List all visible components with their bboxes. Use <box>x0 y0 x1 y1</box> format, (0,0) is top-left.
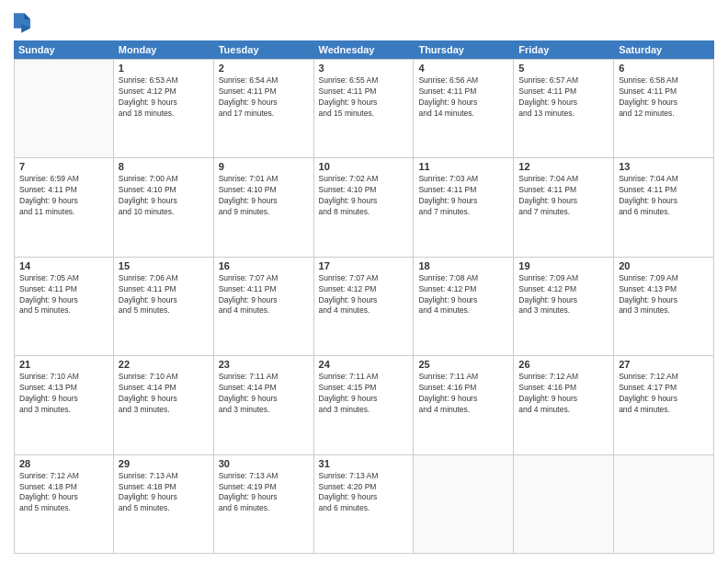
cell-info: Sunset: 4:15 PM <box>319 383 409 394</box>
calendar-cell <box>514 455 614 553</box>
calendar-cell: 10Sunrise: 7:02 AMSunset: 4:10 PMDayligh… <box>314 158 415 256</box>
header-day-saturday: Saturday <box>614 40 714 59</box>
day-number: 12 <box>518 161 609 172</box>
day-number: 23 <box>219 359 309 370</box>
day-number: 18 <box>418 260 508 271</box>
cell-info: Sunrise: 7:10 AM <box>19 372 108 383</box>
cell-info: Sunset: 4:17 PM <box>619 383 709 394</box>
day-number: 3 <box>319 63 409 74</box>
calendar-cell: 3Sunrise: 6:55 AMSunset: 4:11 PMDaylight… <box>314 60 415 157</box>
cell-info: Sunrise: 6:56 AM <box>418 75 508 86</box>
calendar-cell: 28Sunrise: 7:12 AMSunset: 4:18 PMDayligh… <box>14 455 114 553</box>
cell-info: and 4 minutes. <box>418 305 508 316</box>
cell-info: Sunset: 4:10 PM <box>219 185 309 196</box>
cell-info: and 4 minutes. <box>619 405 709 416</box>
cell-info: and 17 minutes. <box>219 109 309 120</box>
cell-info: Sunset: 4:14 PM <box>119 383 209 394</box>
cell-info: and 3 minutes. <box>319 405 409 416</box>
calendar-week-5: 28Sunrise: 7:12 AMSunset: 4:18 PMDayligh… <box>14 455 714 554</box>
calendar-cell: 12Sunrise: 7:04 AMSunset: 4:11 PMDayligh… <box>514 158 614 256</box>
day-number: 20 <box>619 260 709 271</box>
calendar-cell: 22Sunrise: 7:10 AMSunset: 4:14 PMDayligh… <box>114 356 214 454</box>
cell-info: Sunset: 4:11 PM <box>219 284 309 295</box>
cell-info: Sunset: 4:13 PM <box>19 383 108 394</box>
cell-info: Daylight: 9 hours <box>518 196 609 207</box>
cell-info: Daylight: 9 hours <box>319 98 409 109</box>
cell-info: Daylight: 9 hours <box>518 98 609 109</box>
cell-info: Sunrise: 6:58 AM <box>619 75 709 86</box>
day-number: 19 <box>518 260 609 271</box>
calendar-cell: 5Sunrise: 6:57 AMSunset: 4:11 PMDaylight… <box>514 60 614 157</box>
header-day-thursday: Thursday <box>414 40 514 59</box>
day-number: 8 <box>119 161 209 172</box>
calendar-cell: 25Sunrise: 7:11 AMSunset: 4:16 PMDayligh… <box>414 356 514 454</box>
cell-info: Daylight: 9 hours <box>319 394 409 405</box>
cell-info: Sunrise: 7:12 AM <box>19 471 108 482</box>
calendar-cell: 9Sunrise: 7:01 AMSunset: 4:10 PMDaylight… <box>214 158 314 256</box>
calendar-cell: 18Sunrise: 7:08 AMSunset: 4:12 PMDayligh… <box>414 258 514 355</box>
calendar-cell: 7Sunrise: 6:59 AMSunset: 4:11 PMDaylight… <box>14 158 114 256</box>
day-number: 9 <box>219 161 309 172</box>
cell-info: Sunset: 4:11 PM <box>619 185 709 196</box>
cell-info: Sunrise: 7:13 AM <box>119 471 209 482</box>
cell-info: Sunset: 4:10 PM <box>319 185 409 196</box>
cell-info: Daylight: 9 hours <box>219 196 309 207</box>
cell-info: Daylight: 9 hours <box>219 492 309 503</box>
day-number: 11 <box>418 161 508 172</box>
cell-info: Sunset: 4:11 PM <box>319 86 409 98</box>
header-day-tuesday: Tuesday <box>214 40 314 59</box>
cell-info: Sunset: 4:11 PM <box>518 86 609 98</box>
logo <box>14 13 33 33</box>
header <box>14 9 714 33</box>
cell-info: Sunrise: 7:04 AM <box>619 174 709 185</box>
cell-info: Sunrise: 7:10 AM <box>119 372 209 383</box>
cell-info: Sunrise: 7:12 AM <box>518 372 609 383</box>
header-day-wednesday: Wednesday <box>314 40 415 59</box>
cell-info: Sunrise: 7:02 AM <box>319 174 409 185</box>
cell-info: Sunrise: 7:13 AM <box>219 471 309 482</box>
cell-info: Daylight: 9 hours <box>119 98 209 109</box>
day-number: 16 <box>219 260 309 271</box>
calendar-cell: 31Sunrise: 7:13 AMSunset: 4:20 PMDayligh… <box>314 455 415 553</box>
cell-info: and 13 minutes. <box>518 109 609 120</box>
cell-info: and 11 minutes. <box>19 207 108 218</box>
cell-info: Sunrise: 6:59 AM <box>19 174 108 185</box>
cell-info: and 10 minutes. <box>119 207 209 218</box>
day-number: 17 <box>319 260 409 271</box>
cell-info: and 3 minutes. <box>619 305 709 316</box>
calendar-cell: 14Sunrise: 7:05 AMSunset: 4:11 PMDayligh… <box>14 258 114 355</box>
day-number: 2 <box>219 63 309 74</box>
day-number: 7 <box>19 161 108 172</box>
cell-info: Sunset: 4:18 PM <box>119 482 209 493</box>
calendar-cell: 24Sunrise: 7:11 AMSunset: 4:15 PMDayligh… <box>314 356 415 454</box>
cell-info: and 5 minutes. <box>19 503 108 514</box>
cell-info: Sunrise: 6:55 AM <box>319 75 409 86</box>
calendar-cell: 6Sunrise: 6:58 AMSunset: 4:11 PMDaylight… <box>614 60 714 157</box>
cell-info: Daylight: 9 hours <box>119 295 209 306</box>
cell-info: Sunset: 4:11 PM <box>19 185 108 196</box>
cell-info: Sunrise: 7:01 AM <box>219 174 309 185</box>
calendar-cell: 20Sunrise: 7:09 AMSunset: 4:13 PMDayligh… <box>614 258 714 355</box>
cell-info: Sunrise: 7:00 AM <box>119 174 209 185</box>
cell-info: Sunrise: 7:07 AM <box>319 273 409 284</box>
cell-info: and 4 minutes. <box>518 405 609 416</box>
day-number: 5 <box>518 63 609 74</box>
cell-info: Sunset: 4:11 PM <box>418 86 508 98</box>
day-number: 1 <box>119 63 209 74</box>
calendar-week-4: 21Sunrise: 7:10 AMSunset: 4:13 PMDayligh… <box>14 356 714 454</box>
cell-info: Daylight: 9 hours <box>418 394 508 405</box>
calendar-cell: 1Sunrise: 6:53 AMSunset: 4:12 PMDaylight… <box>114 60 214 157</box>
cell-info: Sunrise: 7:12 AM <box>619 372 709 383</box>
calendar-cell <box>614 455 714 553</box>
cell-info: and 4 minutes. <box>219 305 309 316</box>
calendar-cell: 19Sunrise: 7:09 AMSunset: 4:12 PMDayligh… <box>514 258 614 355</box>
cell-info: Daylight: 9 hours <box>619 196 709 207</box>
calendar-cell: 13Sunrise: 7:04 AMSunset: 4:11 PMDayligh… <box>614 158 714 256</box>
calendar-cell: 21Sunrise: 7:10 AMSunset: 4:13 PMDayligh… <box>14 356 114 454</box>
cell-info: Sunrise: 7:06 AM <box>119 273 209 284</box>
day-number: 25 <box>418 359 508 370</box>
calendar: SundayMondayTuesdayWednesdayThursdayFrid… <box>14 40 714 554</box>
cell-info: Sunrise: 7:05 AM <box>19 273 108 284</box>
calendar-cell: 30Sunrise: 7:13 AMSunset: 4:19 PMDayligh… <box>214 455 314 553</box>
cell-info: and 5 minutes. <box>119 305 209 316</box>
